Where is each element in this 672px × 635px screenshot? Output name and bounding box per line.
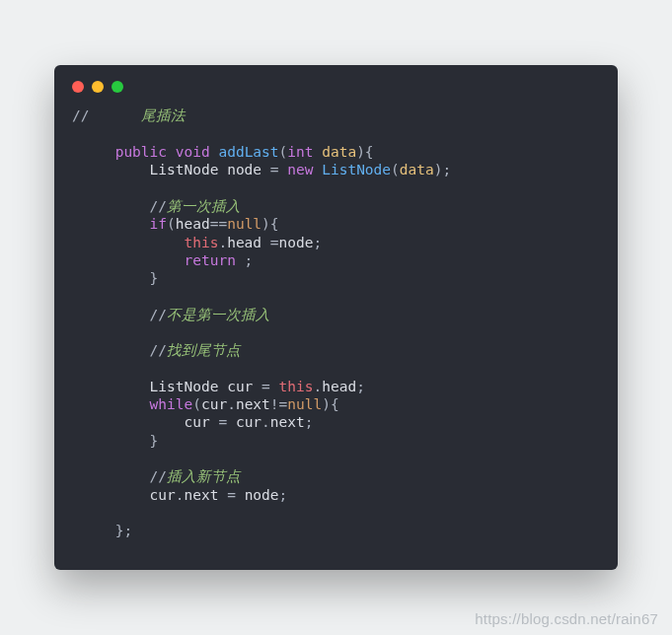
comment-text: 第一次插入 (167, 198, 241, 214)
window-titlebar (54, 65, 618, 106)
comment-text: 找到尾节点 (167, 342, 241, 358)
ctor-listnode: ListNode (322, 162, 391, 177)
kw-if: if (150, 216, 167, 232)
minimize-dot-icon (92, 81, 104, 93)
field-head: head (227, 235, 261, 250)
type-listnode: ListNode (150, 379, 219, 394)
kw-new: new (287, 162, 313, 177)
code-block: // 尾插法 public void addLast(int data){ Li… (54, 106, 618, 539)
kw-return: return (185, 252, 236, 268)
comment-text: 尾插法 (141, 107, 186, 123)
watermark-text: https://blog.csdn.net/rain67 (475, 610, 658, 627)
var-cur: cur (185, 414, 210, 430)
comment-text: 不是第一次插入 (167, 307, 270, 322)
field-next: next (236, 396, 270, 412)
field-head: head (322, 379, 356, 394)
close-dot-icon (72, 81, 84, 93)
comment-slashes: // (150, 468, 167, 484)
var-node: node (279, 235, 314, 250)
kw-null: null (287, 396, 322, 412)
kw-public: public (115, 144, 167, 160)
maximize-dot-icon (112, 81, 123, 93)
comment-slashes: // (150, 307, 167, 322)
method-name: addLast (218, 144, 278, 160)
var-cur: cur (236, 414, 261, 430)
var-node: node (245, 487, 279, 503)
var-node: node (227, 162, 261, 177)
kw-null: null (227, 216, 261, 232)
var-cur: cur (227, 379, 253, 394)
comment-slashes: // (72, 107, 141, 123)
code-window: // 尾插法 public void addLast(int data){ Li… (54, 65, 618, 569)
var-cur: cur (150, 487, 176, 503)
comment-text: 插入新节点 (167, 468, 241, 484)
param-data: data (322, 144, 356, 160)
kw-while: while (150, 396, 193, 412)
type-listnode: ListNode (150, 162, 219, 177)
kw-this: this (185, 235, 219, 250)
arg-data: data (400, 162, 434, 177)
var-cur: cur (201, 396, 227, 412)
comment-slashes: // (150, 342, 167, 358)
kw-void: void (176, 144, 210, 160)
comment-slashes: // (150, 198, 167, 214)
kw-this: this (279, 379, 314, 394)
var-head: head (176, 216, 210, 232)
field-next: next (185, 487, 219, 503)
field-next: next (270, 414, 305, 430)
close-brace: }; (115, 523, 132, 538)
kw-int: int (287, 144, 313, 160)
